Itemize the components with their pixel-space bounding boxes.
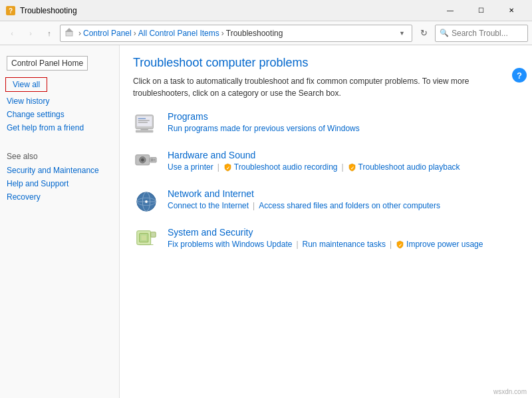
home-icon [65, 27, 74, 39]
network-title[interactable]: Network and Internet [168, 188, 519, 199]
svg-rect-2 [66, 31, 72, 36]
title-bar: ? Troubleshooting — ☐ ✕ [0, 0, 532, 21]
page-description: Click on a task to automatically trouble… [133, 75, 505, 99]
svg-rect-8 [138, 118, 146, 119]
programs-icon [133, 111, 160, 138]
page-title: Troubleshoot computer problems [133, 56, 519, 70]
search-box: 🔍 [435, 25, 528, 42]
sidebar-item-view-history[interactable]: View history [0, 95, 119, 108]
sidebar-item-security[interactable]: Security and Maintenance [0, 164, 119, 177]
system-link-1[interactable]: Run maintenance tasks [303, 240, 386, 249]
svg-text:?: ? [9, 7, 13, 15]
refresh-button[interactable]: ↻ [415, 25, 432, 42]
svg-rect-5 [137, 116, 152, 126]
category-programs: Programs Run programs made for previous … [133, 111, 519, 138]
svg-rect-28 [151, 232, 156, 238]
network-info: Network and Internet Connect to the Inte… [168, 188, 519, 210]
shield-icon-2: ✓ [348, 163, 356, 172]
content-area: Troubleshoot computer problems Click on … [120, 45, 532, 398]
system-link-2[interactable]: ✓ Improve power usage [396, 240, 483, 249]
close-button[interactable]: ✕ [496, 0, 527, 21]
network-links: Connect to the Internet | Access shared … [168, 201, 519, 210]
see-also-section: See also Security and Maintenance Help a… [0, 148, 119, 204]
shield-icon-1: ✓ [223, 163, 232, 172]
main-container: Control Panel Home View all View history… [0, 45, 532, 398]
search-input[interactable] [452, 29, 532, 38]
network-link-0[interactable]: Connect to the Internet [168, 201, 249, 210]
back-button[interactable]: ‹ [4, 25, 20, 41]
svg-rect-26 [141, 235, 146, 240]
maximize-button[interactable]: ☐ [466, 0, 496, 21]
svg-text:✓: ✓ [398, 242, 402, 247]
category-hardware: Hardware and Sound Use a printer | ✓ Tro… [133, 150, 519, 176]
hardware-link-0[interactable]: Use a printer [168, 162, 213, 172]
svg-rect-6 [136, 130, 154, 133]
window-icon: ? [5, 5, 16, 16]
window-title: Troubleshooting [20, 6, 435, 15]
address-path: › Control Panel › All Control Panel Item… [60, 25, 412, 42]
view-all-button[interactable]: View all [5, 77, 47, 92]
svg-rect-16 [153, 159, 155, 160]
sidebar: Control Panel Home View all View history… [0, 45, 120, 398]
svg-rect-7 [140, 129, 148, 130]
svg-point-23 [145, 200, 148, 203]
up-button[interactable]: ↑ [41, 25, 57, 41]
svg-rect-15 [152, 158, 153, 161]
hardware-info: Hardware and Sound Use a printer | ✓ Tro… [168, 150, 519, 172]
shield-icon-3: ✓ [396, 240, 404, 249]
minimize-button[interactable]: — [435, 0, 466, 21]
address-dropdown[interactable]: ▼ [399, 30, 405, 37]
control-panel-home-button[interactable]: Control Panel Home [7, 56, 88, 71]
programs-title[interactable]: Programs [168, 111, 519, 122]
watermark: wsxdn.com [493, 388, 527, 395]
help-button[interactable]: ? [512, 68, 527, 83]
hardware-links: Use a printer | ✓ Troubleshoot audio rec… [168, 162, 519, 172]
path-all-items[interactable]: All Control Panel Items [138, 29, 219, 38]
sidebar-item-help[interactable]: Help and Support [0, 177, 119, 190]
svg-rect-10 [138, 122, 148, 122]
window-controls: — ☐ ✕ [435, 0, 527, 21]
programs-links: Run programs made for previous versions … [168, 124, 519, 133]
hardware-link-1[interactable]: ✓ Troubleshoot audio recording [223, 162, 338, 172]
system-icon [133, 227, 160, 254]
network-link-1[interactable]: Access shared files and folders on other… [259, 201, 440, 210]
system-info: System and Security Fix problems with Wi… [168, 227, 519, 249]
svg-point-13 [141, 158, 144, 162]
hardware-title[interactable]: Hardware and Sound [168, 150, 519, 160]
path-current: Troubleshooting [226, 29, 283, 38]
svg-rect-9 [138, 120, 150, 120]
path-control-panel[interactable]: Control Panel [83, 29, 132, 38]
category-network: Network and Internet Connect to the Inte… [133, 188, 519, 215]
sidebar-item-get-help[interactable]: Get help from a friend [0, 121, 119, 134]
search-icon: 🔍 [440, 29, 449, 37]
system-link-0[interactable]: Fix problems with Windows Update [168, 240, 292, 249]
sidebar-item-recovery[interactable]: Recovery [0, 190, 119, 204]
see-also-label: See also [0, 148, 119, 164]
hardware-link-2[interactable]: ✓ Troubleshoot audio playback [348, 162, 460, 172]
svg-text:✓: ✓ [350, 165, 354, 170]
sidebar-item-change-settings[interactable]: Change settings [0, 108, 119, 121]
svg-text:✓: ✓ [225, 165, 229, 170]
address-bar: ‹ › ↑ › Control Panel › All Control Pane… [0, 21, 532, 45]
forward-button[interactable]: › [23, 25, 39, 41]
system-links: Fix problems with Windows Update | Run m… [168, 240, 519, 249]
programs-link-0[interactable]: Run programs made for previous versions … [168, 124, 360, 133]
system-title[interactable]: System and Security [168, 227, 519, 238]
svg-rect-14 [150, 157, 156, 162]
network-icon [133, 188, 160, 215]
svg-marker-3 [65, 28, 73, 32]
category-system: System and Security Fix problems with Wi… [133, 227, 519, 254]
hardware-icon [133, 150, 160, 176]
programs-info: Programs Run programs made for previous … [168, 111, 519, 133]
